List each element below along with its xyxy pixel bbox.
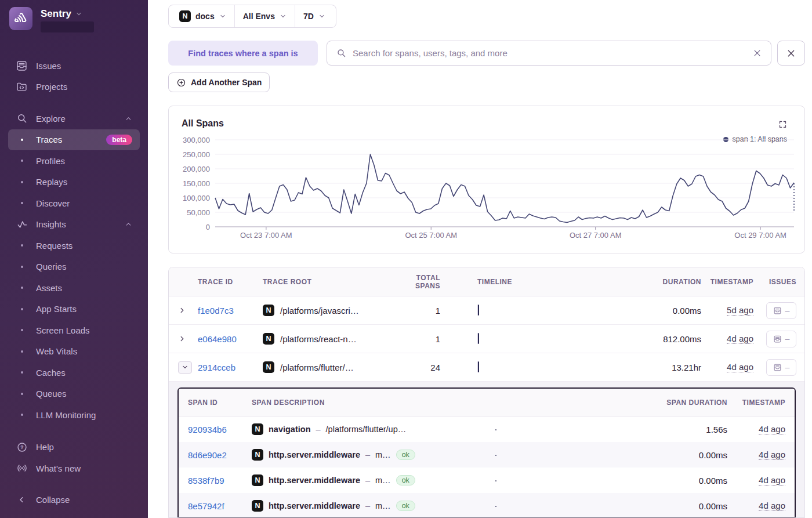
span-id-link[interactable]: 8d6e90e2 (188, 450, 252, 460)
sidebar-item-issues[interactable]: Issues (8, 55, 140, 77)
span-id-link[interactable]: 8e57942f (188, 501, 252, 511)
svg-text:200,000: 200,000 (183, 165, 210, 173)
span-id-link[interactable]: 920934b6 (188, 425, 252, 434)
nextjs-avatar-icon: N (252, 449, 263, 461)
duration: 812.00ms (626, 334, 701, 344)
trace-id-link[interactable]: e064e980 (198, 334, 263, 344)
sidebar-item-help[interactable]: ? Help (8, 437, 140, 458)
spans-line-chart: 050,000100,000150,000200,000250,000300,0… (178, 135, 796, 248)
sidebar-item-discover[interactable]: Discover (8, 193, 140, 214)
sidebar-item-llm-monitoring[interactable]: LLM Monitoring (8, 404, 140, 426)
col-issues: ISSUES (753, 278, 796, 286)
span-row[interactable]: 8538f7b9 N http.server.middleware – m… o… (179, 468, 795, 493)
issues-icon (773, 335, 782, 343)
issues-button[interactable]: – (766, 302, 796, 319)
chevron-down-icon (280, 13, 287, 20)
svg-text:Oct 29 7:00 AM: Oct 29 7:00 AM (734, 231, 786, 240)
col-span-duration: SPAN DURATION (640, 399, 727, 407)
expand-row-icon[interactable] (178, 335, 198, 343)
pill-label: Find traces where a span is (188, 49, 298, 58)
sidebar-item-queues[interactable]: Queues (8, 383, 140, 405)
project-label: docs (195, 12, 215, 21)
sidebar-section-explore[interactable]: Explore (8, 108, 140, 129)
span-search-bar (327, 41, 771, 66)
col-timestamp: TIMESTAMP (701, 278, 753, 286)
span-row[interactable]: 8d6e90e2 N http.server.middleware – m… o… (179, 442, 795, 468)
col-span-timestamp: TIMESTAMP (727, 399, 785, 407)
projects-icon (16, 81, 28, 93)
table-row-expanded[interactable]: 2914cceb N/platforms/flutter/… 24 13.21h… (169, 353, 804, 382)
close-icon (786, 49, 796, 58)
bullet-icon (16, 393, 28, 395)
sidebar-item-projects[interactable]: Projects (8, 77, 140, 98)
trace-id-link[interactable]: 2914cceb (198, 363, 263, 372)
issues-button[interactable]: – (766, 331, 796, 347)
col-total-spans: TOTAL SPANS (394, 274, 440, 290)
sidebar-item-profiles[interactable]: Profiles (8, 150, 140, 172)
duration: 0.00ms (626, 306, 701, 316)
timestamp[interactable]: 4d ago (759, 501, 785, 511)
timestamp[interactable]: 4d ago (759, 450, 785, 460)
all-spans-chart-panel: All Spans span 1: All spans 050,000100,0… (168, 106, 805, 253)
broadcast-icon (16, 462, 28, 474)
search-input[interactable] (353, 48, 746, 58)
bullet-icon (16, 160, 28, 162)
environment-selector[interactable]: All Envs (234, 5, 295, 27)
span-desc: m… (375, 450, 391, 459)
sidebar-item-requests[interactable]: Requests (8, 235, 140, 256)
date-range-selector[interactable]: 7D (295, 5, 334, 27)
table-row[interactable]: e064e980 N/platforms/react-n… 1 812.00ms… (169, 325, 804, 353)
sidebar-item-web-vitals[interactable]: Web Vitals (8, 341, 140, 363)
bullet-icon (16, 139, 28, 141)
org-switcher[interactable]: Sentry (0, 7, 148, 39)
sidebar-item-screen-loads[interactable]: Screen Loads (8, 320, 140, 341)
sidebar-item-app-starts[interactable]: App Starts (8, 299, 140, 320)
sidebar-item-whats-new[interactable]: What's new (8, 458, 140, 479)
timestamp[interactable]: 4d ago (759, 424, 785, 434)
help-icon: ? (16, 441, 28, 453)
sidebar-item-queries[interactable]: Queries (8, 256, 140, 278)
timestamp[interactable]: 4d ago (727, 362, 753, 372)
project-selector[interactable]: N docs (171, 5, 234, 27)
remove-span-filter-button[interactable] (777, 41, 805, 66)
sidebar-item-label: Screen Loads (36, 325, 90, 335)
issues-button[interactable]: – (766, 359, 796, 376)
sidebar-item-traces[interactable]: Traces beta (8, 129, 140, 151)
sidebar-collapse-button[interactable]: Collapse (8, 490, 140, 511)
section-label: Insights (36, 219, 66, 229)
col-trace-id: TRACE ID (198, 278, 263, 286)
table-row[interactable]: f1e0d7c3 N/platforms/javascri… 1 0.00ms … (169, 296, 804, 325)
nextjs-avatar-icon: N (179, 10, 191, 22)
span-row[interactable]: 920934b6 N navigation – /platforms/flutt… (179, 416, 795, 442)
span-condition-pill[interactable]: Find traces where a span is (168, 41, 318, 66)
timestamp[interactable]: 4d ago (727, 334, 753, 344)
sidebar-item-label: Replays (36, 177, 67, 187)
sidebar-item-replays[interactable]: Replays (8, 172, 140, 193)
collapse-row-icon[interactable] (178, 361, 192, 374)
svg-text:300,000: 300,000 (183, 136, 210, 144)
svg-text:Oct 25 7:00 AM: Oct 25 7:00 AM (405, 231, 457, 240)
span-row[interactable]: 8e57942f N http.server.middleware – m… o… (179, 493, 795, 518)
sidebar-item-label: Issues (36, 61, 61, 71)
timestamp[interactable]: 5d ago (727, 305, 753, 316)
trace-id-link[interactable]: f1e0d7c3 (198, 306, 263, 316)
issues-icon (773, 363, 782, 372)
sidebar-item-label: Assets (36, 283, 62, 293)
sidebar-item-caches[interactable]: Caches (8, 362, 140, 383)
expand-chart-icon[interactable] (778, 120, 787, 129)
span-id-link[interactable]: 8538f7b9 (188, 476, 252, 486)
sidebar-section-insights[interactable]: Insights (8, 214, 140, 236)
add-another-span-button[interactable]: Add Another Span (168, 73, 270, 92)
clear-search-icon[interactable] (753, 49, 762, 57)
bullet-icon (16, 244, 28, 247)
sidebar-item-assets[interactable]: Assets (8, 277, 140, 299)
expand-row-icon[interactable] (178, 306, 198, 314)
sidebar-item-label: Caches (36, 368, 66, 378)
svg-text:Oct 27 7:00 AM: Oct 27 7:00 AM (570, 231, 622, 240)
col-duration: DURATION (626, 278, 701, 286)
bullet-icon (16, 266, 28, 268)
org-name-block (41, 21, 94, 32)
issues-icon (773, 306, 782, 315)
timestamp[interactable]: 4d ago (759, 475, 785, 486)
trace-root: /platforms/flutter/… (280, 363, 354, 372)
